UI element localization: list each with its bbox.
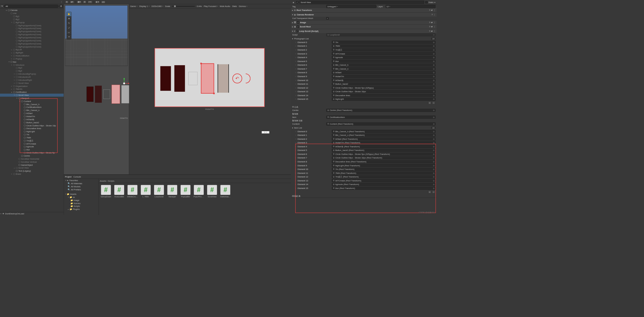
stats-toggle[interactable]: Stats: [232, 5, 237, 7]
object-field[interactable]: Circle Outline 64px - Stroke 16px (Rect …: [332, 156, 435, 159]
gameobject-name-input[interactable]: [300, 1, 424, 4]
component-enabled-checkbox[interactable]: [297, 26, 299, 28]
list-row[interactable]: =Element 3AITCmask⊙: [291, 52, 437, 56]
hierarchy-item[interactable]: ▾Scroll View: [0, 94, 64, 97]
list-row[interactable]: =Element 10btStart改⊙: [291, 78, 437, 82]
hierarchy-item[interactable]: btstart7m: [0, 115, 64, 118]
hierarchy-item[interactable]: 7m提示: [0, 139, 64, 142]
hierarchy-search-input[interactable]: [4, 5, 59, 8]
gizmos-toggle[interactable]: Gizmos: [239, 5, 247, 7]
drag-handle-icon[interactable]: =: [295, 98, 296, 100]
object-field[interactable]: btstart7m⊙: [332, 75, 435, 78]
list-row[interactable]: =Element 3btstart7m (Rect Transform)⊙: [291, 141, 437, 145]
object-field[interactable]: 7m (Rect Transform)⊙: [332, 168, 435, 171]
object-field[interactable]: 7m提示 (Rect Transform)⊙: [332, 175, 435, 178]
play-mode[interactable]: Play Focused: [204, 5, 218, 7]
hierarchy-item[interactable]: Circle Outline 64px - Stroke 16p: [0, 124, 64, 127]
drag-handle-icon[interactable]: =: [295, 187, 296, 189]
drag-handle-icon[interactable]: =: [295, 183, 296, 186]
object-field[interactable]: Circle Outline 64px - Stroke 5px (325ppu…: [332, 86, 435, 89]
list-row[interactable]: =Element 8btStart⊙: [291, 71, 437, 75]
list-row[interactable]: =Element 9highLight (Rect Transform)⊙: [291, 164, 437, 167]
hierarchy-item[interactable]: BgPopUppreform(Clone): [0, 42, 64, 45]
grid-toggle[interactable]: ▦▾: [77, 1, 82, 4]
hierarchy-item[interactable]: Circle Outline 64px - Stroke 5p: [0, 151, 64, 154]
hierarchy-item[interactable]: Text (Legacy): [0, 169, 64, 172]
drag-handle-icon[interactable]: =: [295, 153, 296, 155]
list-row[interactable]: =Element 2btStart (Rect Transform)⊙: [291, 137, 437, 141]
list-row[interactable]: =Element 15highLight⊙: [291, 97, 437, 101]
object-field[interactable]: Btn_Cancel_h (Rect Transform)⊙: [332, 130, 435, 133]
hierarchy-item[interactable]: BgPopUppreform(Clone): [0, 45, 64, 48]
list-row[interactable]: =Element 12Circle Outline 64px - Stroke …: [291, 86, 437, 90]
drag-handle-icon[interactable]: =: [295, 60, 296, 62]
drag-handle-icon[interactable]: =: [295, 179, 296, 182]
object-field[interactable]: CertificationItem⊙: [326, 116, 436, 119]
hierarchy-item[interactable]: btStart: [0, 112, 64, 115]
component-header[interactable]: ▸🖼Image?⇄⋮: [291, 20, 437, 25]
asset-item[interactable]: #Switchbac...: [220, 185, 231, 213]
hierarchy-item[interactable]: ▸IntroduceRight: [0, 79, 64, 82]
list-row[interactable]: =Element 13Circle Outline 64px - Stroke …: [291, 90, 437, 94]
snap-toggle[interactable]: ⊞: [83, 1, 86, 4]
component-header[interactable]: ▸▤Scroll Rect?⇄⋮: [291, 25, 437, 29]
hierarchy-item[interactable]: AITCmask: [0, 142, 64, 145]
object-field[interactable]: highLight (Rect Transform)⊙: [332, 164, 435, 167]
hierarchy-item[interactable]: BgPopUppreform(Clone): [0, 30, 64, 33]
asset-item[interactable]: #HostListBtn: [114, 185, 124, 213]
hierarchy-item[interactable]: ▸Scroll View: [0, 82, 64, 85]
object-field[interactable]: btStart (Rect Transform)⊙: [332, 138, 435, 141]
hierarchy-item[interactable]: Bg2: [0, 18, 64, 21]
drag-handle-icon[interactable]: =: [295, 168, 296, 170]
object-field[interactable]: Button_back2⊙: [332, 82, 435, 86]
hierarchy-item[interactable]: Scrollbar Horizontal: [0, 157, 64, 160]
hand-tool-icon[interactable]: ✋: [67, 12, 71, 16]
list-row[interactable]: =Element 07m⊙: [291, 40, 437, 44]
drag-handle-icon[interactable]: =: [295, 68, 296, 70]
menu-icon[interactable]: ⋮: [434, 13, 435, 16]
hierarchy-item[interactable]: btStart改: [0, 118, 64, 121]
drag-handle-icon[interactable]: =: [295, 130, 296, 133]
hierarchy-item[interactable]: Button_back2: [0, 121, 64, 124]
hierarchy-item[interactable]: BgPopUppreform(Clone): [0, 39, 64, 42]
hierarchy-item[interactable]: ▸Introduce: [0, 63, 64, 66]
list-row[interactable]: =Element 117Mbt (Rect Transform)⊙: [291, 171, 437, 175]
list-row[interactable]: =Element 5Button_back2 (Rect Transform)⊙: [291, 148, 437, 152]
hierarchy-item[interactable]: BgPopUppreform(Clone): [0, 36, 64, 39]
scale-slider[interactable]: [172, 6, 195, 7]
asset-item[interactable]: #InfiniteCrol...: [127, 185, 138, 213]
hierarchy-item[interactable]: 7Mbt: [0, 136, 64, 139]
object-field[interactable]: 7m⊙: [332, 41, 435, 44]
drag-handle-icon[interactable]: =: [295, 157, 296, 159]
object-field[interactable]: btStart⊙: [332, 71, 435, 74]
rect-tool-icon[interactable]: ▭: [67, 30, 71, 35]
object-field[interactable]: blur⊙: [332, 60, 435, 63]
object-field[interactable]: Circle Outline 64px - Stroke 5px (325ppu…: [332, 153, 435, 156]
hierarchy-item[interactable]: ▸BgRight: [0, 51, 64, 54]
asset-item[interactable]: #PopUPEve...: [193, 185, 204, 213]
list-row[interactable]: =Element 15blur (Rect Transform)⊙: [291, 186, 437, 190]
list-header[interactable]: ▾Item List16: [291, 126, 437, 129]
asset-item[interactable]: #PopUpBtn: [180, 185, 191, 213]
tag-dropdown[interactable]: Untagged: [326, 5, 376, 8]
list-row[interactable]: =Element 11Button_back2⊙: [291, 82, 437, 86]
list-row[interactable]: =Element 17Mbt⊙: [291, 44, 437, 48]
object-field[interactable]: blur (Rect Transform)⊙: [332, 187, 435, 190]
hierarchy-item[interactable]: 7m: [0, 133, 64, 136]
list-row[interactable]: =Element 6Circle Outline 64px - Stroke 5…: [291, 152, 437, 156]
hierarchy-item[interactable]: ▾Content: [0, 100, 64, 103]
scale-tool-icon[interactable]: ⤢: [67, 26, 71, 30]
mute-toggle[interactable]: Mute Audio: [220, 5, 230, 7]
object-field[interactable]: Btn_Cancel_n (Rect Transform)⊙: [332, 134, 435, 137]
hierarchy-item[interactable]: ▾Canvas: [0, 9, 64, 12]
add-element-button[interactable]: +: [428, 101, 431, 105]
hierarchy-item[interactable]: BgPopUppreform(Clone): [0, 33, 64, 36]
object-field[interactable]: btStart改⊙: [332, 79, 435, 82]
asset-item[interactable]: #GDropDown: [101, 185, 111, 213]
gameobject-icon[interactable]: ◈: [292, 1, 294, 3]
list-row[interactable]: =Element 1Btn_Cancel_n (Rect Transform)⊙: [291, 133, 437, 137]
object-field[interactable]: Btn_Cancel_n⊙: [332, 67, 435, 70]
search-filter-icon[interactable]: ⦿: [60, 5, 63, 7]
hierarchy-item[interactable]: ▸Organization: [0, 84, 64, 87]
add-element-button[interactable]: +: [428, 190, 431, 193]
